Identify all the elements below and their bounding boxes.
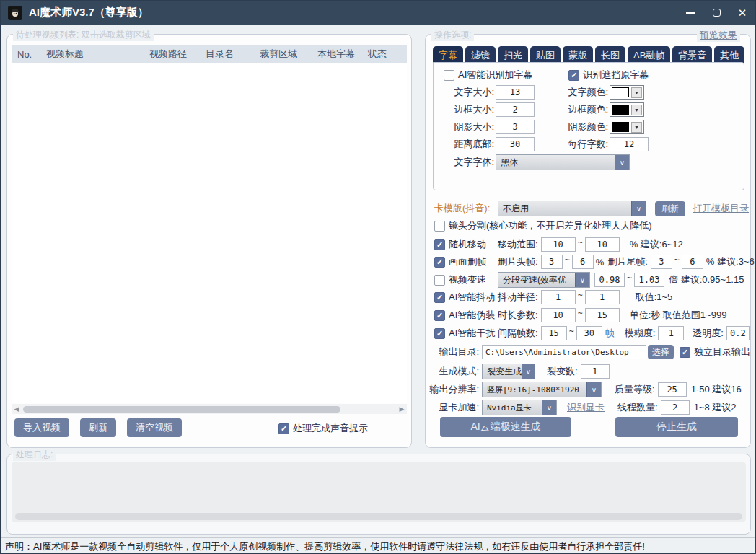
bottom-margin-input[interactable] bbox=[496, 137, 535, 151]
frame-delete-row: 画面删帧 删片头帧: ~ % 删片尾帧: ~ % 建议:3~6 bbox=[434, 255, 755, 269]
head-frames-to-input[interactable] bbox=[572, 255, 594, 269]
ai-add-subtitle-label: AI智能识别加字幕 bbox=[458, 69, 532, 82]
mask-original-subtitle-label: 识别遮挡原字幕 bbox=[583, 69, 649, 82]
alpha-input[interactable] bbox=[726, 326, 750, 340]
template-refresh-button[interactable]: 刷新 bbox=[655, 201, 685, 216]
stop-generate-button[interactable]: 停止生成 bbox=[615, 417, 738, 437]
shot-split-checkbox[interactable]: 镜头分割(核心功能，不开启差异化处理大大降低) bbox=[434, 219, 652, 232]
choose-dir-button[interactable]: 选择 bbox=[648, 345, 674, 359]
duration-to-input[interactable] bbox=[585, 308, 620, 322]
tail-frames-from-input[interactable] bbox=[651, 255, 672, 269]
output-dir-row: 输出目录: 选择 独立目录输出 bbox=[434, 345, 750, 359]
window-controls: ✕ bbox=[677, 1, 755, 25]
blur-input[interactable] bbox=[658, 326, 684, 340]
col-status: 状态 bbox=[362, 48, 398, 61]
shadow-color-dropdown[interactable]: ▼ bbox=[610, 120, 644, 134]
template-value: 不启用 bbox=[498, 201, 631, 216]
head-frames-from-input[interactable] bbox=[541, 255, 563, 269]
preview-effect-link[interactable]: 预览效果 bbox=[697, 29, 740, 42]
maximize-button[interactable] bbox=[703, 1, 729, 25]
split-count-label: 裂变数: bbox=[547, 365, 578, 378]
ai-shake-row: AI智能抖动 抖动半径: ~ 取值:1~5 bbox=[434, 290, 672, 304]
move-range-to-input[interactable] bbox=[585, 237, 620, 252]
threads-label: 线程数量: bbox=[617, 401, 658, 414]
detect-gpu-link[interactable]: 识别显卡 bbox=[567, 401, 605, 414]
shake-to-input[interactable] bbox=[585, 290, 620, 304]
random-move-label: 随机移动 bbox=[449, 238, 486, 251]
shadow-size-label: 阴影大小: bbox=[451, 120, 494, 133]
speed-from-input[interactable] bbox=[594, 273, 625, 287]
log-area[interactable] bbox=[12, 462, 746, 522]
video-list-hscrollbar[interactable]: ◀ ▶ bbox=[12, 404, 407, 414]
cloud-generate-button[interactable]: AI云端极速生成 bbox=[440, 417, 571, 437]
interval-frames-label: 间隔帧数: bbox=[498, 327, 538, 340]
chevron-down-icon: ∨ bbox=[631, 201, 646, 216]
ai-interfere-checkbox[interactable]: AI智能干扰 bbox=[434, 327, 498, 340]
move-range-from-input[interactable] bbox=[541, 237, 576, 252]
border-size-input[interactable] bbox=[496, 102, 535, 117]
quality-input[interactable] bbox=[658, 382, 687, 397]
open-template-dir-link[interactable]: 打开模板目录 bbox=[693, 202, 749, 215]
border-color-dropdown[interactable]: ▼ bbox=[610, 102, 644, 117]
scroll-right-icon[interactable]: ▶ bbox=[397, 405, 407, 413]
log-hscroll-thumb[interactable] bbox=[15, 513, 742, 520]
import-video-button[interactable]: 导入视频 bbox=[14, 418, 69, 437]
ai-disguise-checkbox[interactable]: AI智能伪装 bbox=[434, 309, 498, 322]
refresh-list-button[interactable]: 刷新 bbox=[80, 418, 116, 437]
sound-alert-checkbox[interactable]: 处理完成声音提示 bbox=[278, 422, 368, 435]
text-color-dropdown[interactable]: ▼ bbox=[610, 85, 644, 100]
shadow-size-input[interactable] bbox=[496, 120, 535, 134]
sound-alert-label: 处理完成声音提示 bbox=[293, 422, 368, 435]
speed-checkbox[interactable]: 视频变速 bbox=[434, 273, 498, 286]
bottom-margin-row: 距离底部: 每行字数: bbox=[451, 137, 649, 151]
col-subtitle: 本地字幕 bbox=[312, 48, 362, 61]
duration-from-input[interactable] bbox=[541, 308, 576, 322]
shake-radius-label: 抖动半径: bbox=[498, 291, 538, 304]
random-move-checkbox[interactable]: 随机移动 bbox=[434, 238, 498, 251]
hscroll-thumb[interactable] bbox=[23, 406, 340, 413]
col-no: No. bbox=[12, 49, 40, 60]
template-dropdown[interactable]: 不启用 ∨ bbox=[498, 201, 646, 216]
head-frames-unit: % bbox=[596, 257, 605, 268]
split-count-input[interactable] bbox=[581, 364, 610, 379]
statusbar: 声明：AI魔术师是一款视频全自动剪辑软件，仅用于个人原创视频制作、提高剪辑效率，… bbox=[1, 537, 755, 554]
duration-param-label: 时长参数: bbox=[498, 309, 538, 322]
threads-input[interactable] bbox=[661, 400, 690, 415]
video-table-header: No. 视频标题 视频路径 目录名 裁剪区域 本地字幕 状态 bbox=[12, 45, 407, 63]
tail-frames-to-input[interactable] bbox=[682, 255, 703, 269]
output-dir-input[interactable] bbox=[482, 345, 646, 359]
font-row: 文字字体: 黑体 ∨ bbox=[451, 154, 630, 170]
gen-mode-dropdown[interactable]: 裂变生成 ∨ bbox=[482, 364, 535, 379]
speed-mode-dropdown[interactable]: 分段变速(效率优 ∨ bbox=[498, 272, 590, 288]
speed-to-input[interactable] bbox=[634, 273, 664, 287]
ai-shake-checkbox[interactable]: AI智能抖动 bbox=[434, 291, 498, 304]
close-button[interactable]: ✕ bbox=[729, 1, 755, 25]
independent-dir-checkbox[interactable]: 独立目录输出 bbox=[680, 346, 750, 359]
scroll-left-icon[interactable]: ◀ bbox=[12, 405, 22, 413]
chars-per-line-input[interactable] bbox=[610, 137, 649, 151]
interval-from-input[interactable] bbox=[541, 326, 567, 340]
minimize-button[interactable] bbox=[677, 1, 703, 25]
gpu-dropdown[interactable]: Nvidia显卡 ∨ bbox=[482, 400, 557, 416]
video-list-body[interactable] bbox=[12, 63, 407, 403]
output-dir-label: 输出目录: bbox=[434, 346, 479, 359]
checkbox-icon bbox=[434, 257, 445, 268]
font-dropdown[interactable]: 黑体 ∨ bbox=[496, 154, 630, 170]
resolution-dropdown[interactable]: 竖屏[9:16]-1080*1920 ∨ bbox=[482, 382, 602, 397]
video-list-panel-label: 待处理视频列表: 双击选取裁剪区域 bbox=[13, 29, 154, 41]
tilde-separator: ~ bbox=[578, 237, 583, 247]
clear-videos-button[interactable]: 清空视频 bbox=[127, 418, 182, 437]
titlebar: AI魔术师V3.7（尊享版） ✕ bbox=[1, 1, 755, 25]
frame-delete-checkbox[interactable]: 画面删帧 bbox=[434, 255, 498, 268]
checkbox-icon bbox=[434, 328, 445, 339]
tilde-separator: ~ bbox=[578, 308, 583, 318]
shake-from-input[interactable] bbox=[541, 290, 576, 304]
mask-original-subtitle-checkbox[interactable]: 识别遮挡原字幕 bbox=[568, 69, 649, 82]
ai-add-subtitle-checkbox[interactable]: AI智能识别加字幕 bbox=[444, 69, 532, 82]
app-window: AI魔术师V3.7（尊享版） ✕ 待处理视频列表: 双击选取裁剪区域 No. 视… bbox=[0, 0, 756, 554]
interval-to-input[interactable] bbox=[576, 326, 602, 340]
text-size-label: 文字大小: bbox=[451, 86, 494, 99]
checkbox-icon bbox=[568, 70, 579, 81]
color-swatch bbox=[612, 105, 629, 115]
text-size-input[interactable] bbox=[496, 85, 535, 100]
